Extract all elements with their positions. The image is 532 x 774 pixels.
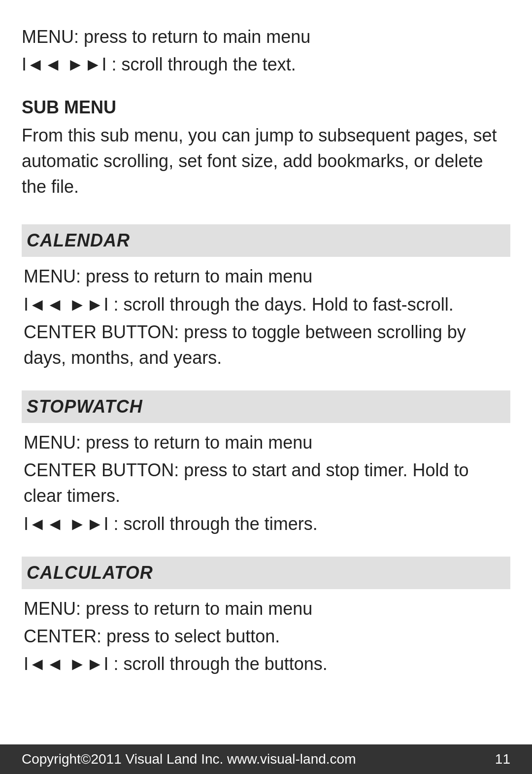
section-body-stopwatch: MENU: press to return to main menu CENTE… — [22, 430, 510, 537]
section-title-stopwatch: STOPWATCH — [27, 396, 143, 417]
intro-scroll-line: I◄◄ ►►I : scroll through the text. — [22, 52, 510, 77]
submenu-description: From this sub menu, you can jump to subs… — [22, 123, 510, 200]
main-content: MENU: press to return to main menu I◄◄ ►… — [0, 0, 532, 744]
section-body-calculator: MENU: press to return to main menu CENTE… — [22, 596, 510, 677]
section-body-calendar: MENU: press to return to main menu I◄◄ ►… — [22, 264, 510, 371]
stopwatch-line-3: I◄◄ ►►I : scroll through the timers. — [24, 511, 508, 537]
footer: Copyright©2011 Visual Land Inc. www.visu… — [0, 744, 532, 774]
section-calendar: CALENDAR MENU: press to return to main m… — [22, 224, 510, 371]
intro-block: MENU: press to return to main menu I◄◄ ►… — [22, 25, 510, 77]
section-calculator: CALCULATOR MENU: press to return to main… — [22, 557, 510, 677]
calendar-line-1: MENU: press to return to main menu — [24, 264, 508, 289]
submenu-block: SUB MENU From this sub menu, you can jum… — [22, 97, 510, 200]
section-title-calculator: CALCULATOR — [27, 563, 153, 583]
calculator-line-1: MENU: press to return to main menu — [24, 596, 508, 622]
calendar-line-2: I◄◄ ►►I : scroll through the days. Hold … — [24, 292, 508, 317]
footer-copyright: Copyright©2011 Visual Land Inc. www.visu… — [22, 751, 356, 767]
section-header-stopwatch: STOPWATCH — [22, 390, 510, 423]
calendar-line-3: CENTER BUTTON: press to toggle between s… — [24, 319, 508, 371]
section-header-calculator: CALCULATOR — [22, 557, 510, 589]
intro-menu-line: MENU: press to return to main menu — [22, 25, 510, 49]
calculator-line-3: I◄◄ ►►I : scroll through the buttons. — [24, 651, 508, 677]
footer-page-number: 11 — [495, 751, 510, 767]
section-stopwatch: STOPWATCH MENU: press to return to main … — [22, 390, 510, 537]
section-header-calendar: CALENDAR — [22, 224, 510, 257]
stopwatch-line-2: CENTER BUTTON: press to start and stop t… — [24, 457, 508, 509]
stopwatch-line-1: MENU: press to return to main menu — [24, 430, 508, 456]
calculator-line-2: CENTER: press to select button. — [24, 624, 508, 649]
section-title-calendar: CALENDAR — [27, 230, 130, 250]
submenu-title: SUB MENU — [22, 97, 510, 118]
